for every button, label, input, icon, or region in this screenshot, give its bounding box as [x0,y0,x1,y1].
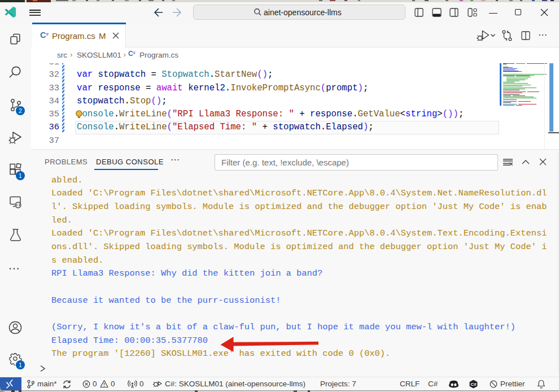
svg-text:C#: C# [470,382,477,387]
